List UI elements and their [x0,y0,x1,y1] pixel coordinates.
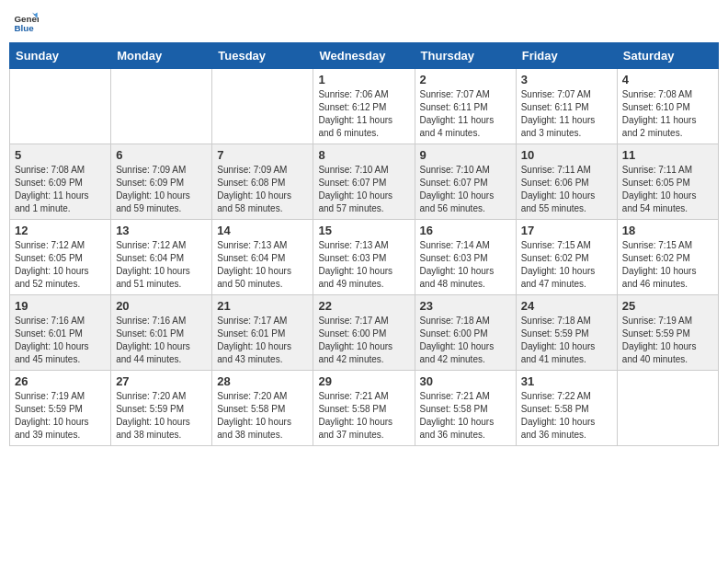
day-number: 18 [622,224,713,237]
calendar-cell: 13Sunrise: 7:12 AMSunset: 6:04 PMDayligh… [111,220,212,295]
day-number: 25 [622,299,713,313]
calendar-cell: 7Sunrise: 7:09 AMSunset: 6:08 PMDaylight… [212,144,313,220]
day-number: 23 [420,299,511,313]
day-info: Sunrise: 7:12 AMSunset: 6:05 PMDaylight:… [15,239,106,291]
calendar-cell [212,69,313,144]
calendar-cell: 20Sunrise: 7:16 AMSunset: 6:01 PMDayligh… [111,295,212,371]
calendar-cell: 6Sunrise: 7:09 AMSunset: 6:09 PMDaylight… [111,144,212,220]
calendar-cell [617,371,718,446]
calendar-cell: 3Sunrise: 7:07 AMSunset: 6:11 PMDaylight… [516,69,617,144]
day-info: Sunrise: 7:15 AMSunset: 6:02 PMDaylight:… [521,239,612,291]
day-number: 9 [420,148,511,162]
calendar-cell: 29Sunrise: 7:21 AMSunset: 5:58 PMDayligh… [313,371,415,446]
day-info: Sunrise: 7:16 AMSunset: 6:01 PMDaylight:… [116,315,207,366]
calendar-dow-thursday: Thursday [415,43,516,69]
day-info: Sunrise: 7:18 AMSunset: 5:59 PMDaylight:… [521,315,612,366]
day-info: Sunrise: 7:10 AMSunset: 6:07 PMDaylight:… [420,164,511,215]
day-info: Sunrise: 7:09 AMSunset: 6:08 PMDaylight:… [217,164,308,215]
calendar-cell: 15Sunrise: 7:13 AMSunset: 6:03 PMDayligh… [313,220,415,295]
calendar-cell: 14Sunrise: 7:13 AMSunset: 6:04 PMDayligh… [212,220,313,295]
day-number: 29 [318,374,409,388]
calendar-cell: 30Sunrise: 7:21 AMSunset: 5:58 PMDayligh… [415,371,516,446]
calendar-week-row: 19Sunrise: 7:16 AMSunset: 6:01 PMDayligh… [10,295,719,371]
day-info: Sunrise: 7:15 AMSunset: 6:02 PMDaylight:… [622,239,713,291]
day-info: Sunrise: 7:17 AMSunset: 6:01 PMDaylight:… [217,315,308,366]
day-info: Sunrise: 7:13 AMSunset: 6:03 PMDaylight:… [318,239,409,291]
day-info: Sunrise: 7:09 AMSunset: 6:09 PMDaylight:… [116,164,207,215]
calendar-cell: 1Sunrise: 7:06 AMSunset: 6:12 PMDaylight… [313,69,415,144]
calendar-cell: 2Sunrise: 7:07 AMSunset: 6:11 PMDaylight… [415,69,516,144]
day-info: Sunrise: 7:08 AMSunset: 6:10 PMDaylight:… [622,88,713,140]
day-number: 22 [318,299,409,313]
calendar-cell: 9Sunrise: 7:10 AMSunset: 6:07 PMDaylight… [415,144,516,220]
calendar-dow-friday: Friday [516,43,617,69]
day-info: Sunrise: 7:12 AMSunset: 6:04 PMDaylight:… [116,239,207,291]
day-info: Sunrise: 7:21 AMSunset: 5:58 PMDaylight:… [420,390,511,442]
day-info: Sunrise: 7:11 AMSunset: 6:05 PMDaylight:… [622,164,713,215]
day-number: 31 [521,374,612,388]
day-info: Sunrise: 7:14 AMSunset: 6:03 PMDaylight:… [420,239,511,291]
calendar-table: SundayMondayTuesdayWednesdayThursdayFrid… [9,42,719,446]
day-number: 11 [622,148,713,162]
day-number: 3 [521,73,612,86]
day-info: Sunrise: 7:08 AMSunset: 6:09 PMDaylight:… [15,164,106,215]
calendar-cell: 18Sunrise: 7:15 AMSunset: 6:02 PMDayligh… [617,220,718,295]
calendar-cell [111,69,212,144]
day-number: 12 [15,224,106,237]
day-info: Sunrise: 7:10 AMSunset: 6:07 PMDaylight:… [318,164,409,215]
calendar-dow-wednesday: Wednesday [313,43,415,69]
calendar-cell: 24Sunrise: 7:18 AMSunset: 5:59 PMDayligh… [516,295,617,371]
day-number: 2 [420,73,511,86]
day-number: 15 [318,224,409,237]
calendar-cell: 10Sunrise: 7:11 AMSunset: 6:06 PMDayligh… [516,144,617,220]
day-number: 4 [622,73,713,86]
calendar-cell: 17Sunrise: 7:15 AMSunset: 6:02 PMDayligh… [516,220,617,295]
day-info: Sunrise: 7:07 AMSunset: 6:11 PMDaylight:… [420,88,511,140]
day-number: 8 [318,148,409,162]
day-info: Sunrise: 7:21 AMSunset: 5:58 PMDaylight:… [318,390,409,442]
day-number: 28 [217,374,308,388]
day-info: Sunrise: 7:11 AMSunset: 6:06 PMDaylight:… [521,164,612,215]
day-info: Sunrise: 7:19 AMSunset: 5:59 PMDaylight:… [622,315,713,366]
calendar-dow-tuesday: Tuesday [212,43,313,69]
calendar-cell: 4Sunrise: 7:08 AMSunset: 6:10 PMDaylight… [617,69,718,144]
day-number: 19 [15,299,106,313]
calendar-cell: 19Sunrise: 7:16 AMSunset: 6:01 PMDayligh… [10,295,111,371]
calendar-cell: 21Sunrise: 7:17 AMSunset: 6:01 PMDayligh… [212,295,313,371]
calendar-cell: 12Sunrise: 7:12 AMSunset: 6:05 PMDayligh… [10,220,111,295]
day-info: Sunrise: 7:07 AMSunset: 6:11 PMDaylight:… [521,88,612,140]
day-number: 14 [217,224,308,237]
calendar-cell [10,69,111,144]
calendar-cell: 22Sunrise: 7:17 AMSunset: 6:00 PMDayligh… [313,295,415,371]
calendar-cell: 11Sunrise: 7:11 AMSunset: 6:05 PMDayligh… [617,144,718,220]
day-number: 13 [116,224,207,237]
day-info: Sunrise: 7:18 AMSunset: 6:00 PMDaylight:… [420,315,511,366]
calendar-cell: 23Sunrise: 7:18 AMSunset: 6:00 PMDayligh… [415,295,516,371]
day-number: 30 [420,374,511,388]
day-info: Sunrise: 7:16 AMSunset: 6:01 PMDaylight:… [15,315,106,366]
day-info: Sunrise: 7:20 AMSunset: 5:58 PMDaylight:… [217,390,308,442]
svg-text:Blue: Blue [14,23,34,33]
calendar-week-row: 1Sunrise: 7:06 AMSunset: 6:12 PMDaylight… [10,69,719,144]
day-number: 6 [116,148,207,162]
calendar-header-row: SundayMondayTuesdayWednesdayThursdayFrid… [10,43,719,69]
calendar-dow-monday: Monday [111,43,212,69]
calendar-cell: 5Sunrise: 7:08 AMSunset: 6:09 PMDaylight… [10,144,111,220]
day-info: Sunrise: 7:20 AMSunset: 5:59 PMDaylight:… [116,390,207,442]
day-info: Sunrise: 7:06 AMSunset: 6:12 PMDaylight:… [318,88,409,140]
calendar-cell: 26Sunrise: 7:19 AMSunset: 5:59 PMDayligh… [10,371,111,446]
day-number: 24 [521,299,612,313]
calendar-cell: 16Sunrise: 7:14 AMSunset: 6:03 PMDayligh… [415,220,516,295]
page-header: General Blue [9,9,719,35]
day-number: 27 [116,374,207,388]
day-number: 5 [15,148,106,162]
calendar-cell: 31Sunrise: 7:22 AMSunset: 5:58 PMDayligh… [516,371,617,446]
day-number: 10 [521,148,612,162]
day-number: 17 [521,224,612,237]
day-number: 1 [318,73,409,86]
logo: General Blue [13,9,39,35]
day-info: Sunrise: 7:17 AMSunset: 6:00 PMDaylight:… [318,315,409,366]
day-number: 26 [15,374,106,388]
calendar-cell: 25Sunrise: 7:19 AMSunset: 5:59 PMDayligh… [617,295,718,371]
calendar-cell: 27Sunrise: 7:20 AMSunset: 5:59 PMDayligh… [111,371,212,446]
